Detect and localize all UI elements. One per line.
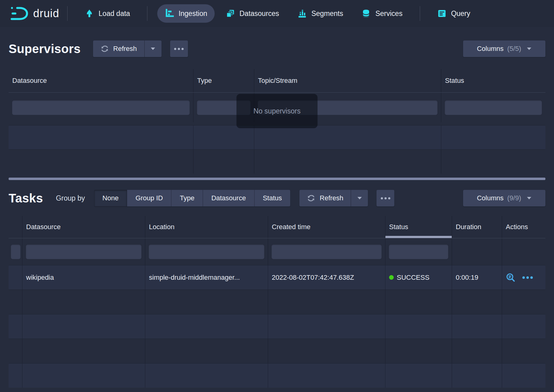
- status-text: SUCCESS: [397, 274, 429, 282]
- document-icon: [437, 9, 447, 18]
- brand-name: druid: [33, 7, 59, 20]
- empty-row: [9, 363, 545, 388]
- empty-row: [9, 339, 545, 363]
- nav-item-label: Ingestion: [178, 10, 207, 18]
- horizontal-scrollbar[interactable]: [9, 178, 545, 180]
- refresh-label: Refresh: [320, 194, 343, 202]
- location-filter-input[interactable]: [148, 244, 265, 259]
- refresh-label: Refresh: [113, 45, 137, 53]
- no-supervisors-message: No supervisors: [236, 94, 318, 128]
- supervisors-section: Supervisors Refresh: [0, 40, 554, 180]
- chevron-down-icon: [527, 197, 532, 200]
- supervisors-table: Datasource Type Topic/Stream Status No s…: [9, 69, 545, 174]
- empty-row: [9, 149, 545, 174]
- column-header-datasource[interactable]: Datasource: [9, 69, 193, 92]
- tasks-more-button[interactable]: [376, 190, 394, 206]
- nav-divider: [420, 6, 420, 21]
- column-header-status[interactable]: Status: [441, 69, 545, 92]
- task-row-wikipedia[interactable]: wikipedia simple-druid-middlemanager... …: [9, 265, 545, 290]
- columns-label: Columns: [477, 45, 504, 53]
- supervisors-refresh-split-button: Refresh: [93, 40, 162, 57]
- status-dot: [389, 275, 394, 280]
- tasks-columns-button[interactable]: Columns (9/9): [463, 190, 545, 206]
- refresh-button[interactable]: Refresh: [299, 190, 351, 206]
- tasks-table-header: Datasource Location Created time Status …: [9, 216, 545, 238]
- columns-count: (5/5): [507, 45, 521, 53]
- tasks-section: Tasks Group by None Group ID Type Dataso…: [0, 190, 554, 388]
- layers-icon: [226, 9, 235, 18]
- datasource-filter-input[interactable]: [12, 100, 190, 115]
- refresh-icon: [100, 44, 109, 53]
- task-datasource-cell: wikipedia: [22, 265, 145, 290]
- more-icon: [174, 48, 176, 50]
- status-filter-input[interactable]: [388, 244, 449, 259]
- group-by-type-button[interactable]: Type: [171, 190, 203, 206]
- column-header-type[interactable]: Type: [193, 69, 254, 92]
- bar-chart-icon: [298, 9, 307, 18]
- nav-divider: [147, 6, 147, 21]
- created-time-filter-input[interactable]: [271, 244, 382, 259]
- druid-logo-icon: [10, 5, 29, 22]
- druid-console: druid Load data Ingestion: [0, 0, 554, 392]
- column-header-narrow: [9, 216, 22, 238]
- nav-item-label: Load data: [99, 10, 130, 18]
- column-header-duration[interactable]: Duration: [452, 216, 502, 238]
- refresh-interval-caret-button[interactable]: [351, 190, 368, 206]
- supervisors-columns-button[interactable]: Columns (5/5): [463, 40, 545, 57]
- column-header-location[interactable]: Location: [145, 216, 268, 238]
- sort-indicator: [385, 236, 452, 238]
- group-by-button-group: None Group ID Type Datasource Status: [94, 190, 290, 206]
- supervisors-more-button[interactable]: [170, 40, 188, 57]
- column-header-actions[interactable]: Actions: [502, 216, 545, 238]
- columns-label: Columns: [477, 194, 504, 202]
- group-by-datasource-button[interactable]: Datasource: [203, 190, 254, 206]
- supervisors-table-header: Datasource Type Topic/Stream Status: [9, 69, 545, 93]
- top-nav: druid Load data Ingestion: [0, 0, 554, 27]
- task-created-time-cell: 2022-08-02T07:42:47.638Z: [268, 265, 385, 290]
- column-header-status[interactable]: Status: [385, 216, 452, 238]
- column-header-topic-stream[interactable]: Topic/Stream: [254, 69, 441, 92]
- more-icon: [381, 197, 383, 199]
- tasks-title: Tasks: [9, 191, 43, 205]
- chevron-down-icon: [527, 47, 532, 50]
- chevron-down-icon: [357, 197, 362, 200]
- upload-icon: [85, 9, 94, 18]
- empty-row: [9, 125, 545, 149]
- nav-item-label: Services: [375, 10, 402, 18]
- column-header-created-time[interactable]: Created time: [268, 216, 385, 238]
- refresh-interval-caret-button[interactable]: [144, 40, 162, 57]
- task-actions-cell: [502, 265, 545, 290]
- nav-item-segments[interactable]: Segments: [290, 4, 351, 23]
- task-status-cell: SUCCESS: [385, 265, 452, 290]
- tasks-refresh-split-button: Refresh: [299, 190, 368, 206]
- task-location-cell: simple-druid-middlemanager...: [145, 265, 268, 290]
- refresh-button[interactable]: Refresh: [93, 40, 144, 57]
- columns-count: (9/9): [507, 194, 521, 202]
- nav-item-datasources[interactable]: Datasources: [218, 4, 287, 23]
- nav-item-load-data[interactable]: Load data: [77, 4, 137, 23]
- nav-item-query[interactable]: Query: [430, 4, 478, 23]
- task-duration-cell: 0:00:19: [452, 265, 502, 290]
- group-by-label: Group by: [56, 194, 85, 202]
- nav-item-label: Datasources: [240, 10, 279, 18]
- empty-row: [9, 290, 545, 314]
- group-by-none-button[interactable]: None: [94, 190, 127, 206]
- supervisors-title: Supervisors: [9, 42, 81, 56]
- refresh-icon: [307, 194, 315, 202]
- datasource-filter-input[interactable]: [25, 244, 142, 259]
- inspect-task-icon[interactable]: [506, 273, 516, 282]
- chevron-down-icon: [150, 47, 155, 50]
- task-more-actions-icon[interactable]: [522, 276, 533, 279]
- druid-logo[interactable]: druid: [10, 5, 59, 22]
- chart-icon: [165, 9, 174, 18]
- nav-item-ingestion[interactable]: Ingestion: [157, 4, 214, 23]
- task-id-filter-input[interactable]: [10, 244, 21, 259]
- nav-item-services[interactable]: Services: [354, 4, 410, 23]
- nav-item-label: Segments: [311, 10, 343, 18]
- status-filter-input[interactable]: [444, 100, 542, 115]
- group-by-status-button[interactable]: Status: [254, 190, 290, 206]
- group-by-group-id-button[interactable]: Group ID: [127, 190, 171, 206]
- column-header-datasource[interactable]: Datasource: [22, 216, 145, 238]
- nav-item-label: Query: [451, 10, 470, 18]
- tasks-filter-row: [9, 238, 545, 265]
